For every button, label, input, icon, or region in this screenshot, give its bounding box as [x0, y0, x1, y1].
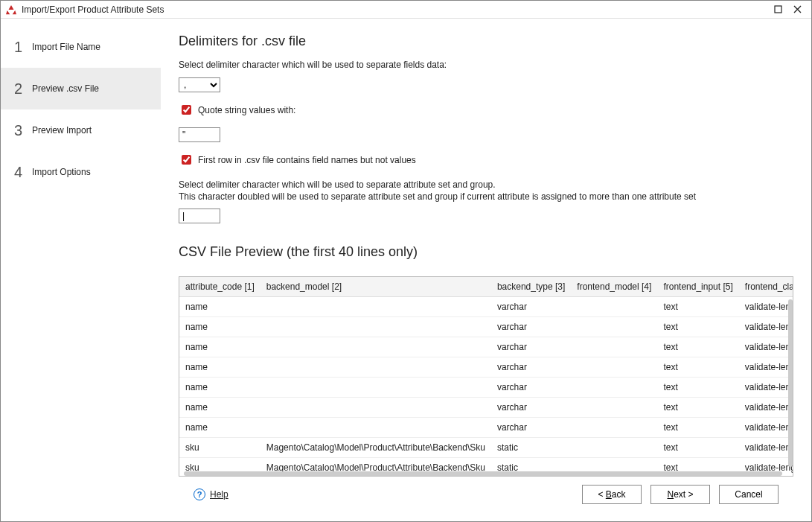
table-cell: validate-length maximu	[739, 317, 793, 337]
csv-column-header[interactable]: frontend_input [5]	[657, 277, 738, 297]
table-cell: name	[179, 418, 260, 438]
table-cell: validate-length maximu	[739, 418, 793, 438]
table-cell	[260, 418, 491, 438]
firstrow-checkbox[interactable]	[182, 155, 191, 165]
wizard-step-2[interactable]: 2Preview .csv File	[1, 68, 161, 109]
table-cell: Magento\Catalog\Model\Product\Attribute\…	[260, 438, 491, 458]
cancel-button[interactable]: Cancel	[719, 485, 779, 504]
table-cell	[260, 297, 491, 317]
table-row[interactable]: namevarchartextvalidate-length maximu	[179, 398, 793, 418]
table-cell	[571, 317, 657, 337]
close-button[interactable]	[787, 2, 807, 17]
table-cell: varchar	[491, 337, 571, 357]
table-cell: varchar	[491, 357, 571, 378]
table-cell: validate-length maximu	[739, 438, 793, 458]
table-cell: text	[657, 357, 738, 378]
table-cell	[260, 357, 491, 378]
table-row[interactable]: namevarchartextvalidate-length maximu	[179, 357, 793, 378]
preview-heading: CSV File Preview (the first 40 lines onl…	[179, 244, 793, 260]
csv-preview-table: attribute_code [1]backend_model [2]backe…	[179, 277, 793, 476]
table-cell	[260, 378, 491, 398]
table-row[interactable]: namevarchartextvalidate-length maximu	[179, 378, 793, 398]
table-cell: name	[179, 297, 260, 317]
quote-checkbox[interactable]	[182, 105, 191, 115]
table-cell: text	[657, 297, 738, 317]
table-cell: text	[657, 317, 738, 337]
table-cell	[260, 317, 491, 337]
field-delimiter-select[interactable]: ,	[179, 77, 220, 92]
table-cell	[571, 378, 657, 398]
maximize-button[interactable]	[768, 2, 787, 17]
setgroup-hint-2: This character doubled will be used to s…	[179, 191, 793, 203]
csv-preview-header-row: attribute_code [1]backend_model [2]backe…	[179, 277, 793, 297]
table-row[interactable]: namevarchartextvalidate-length maximu	[179, 317, 793, 337]
table-cell: name	[179, 357, 260, 378]
csv-column-header[interactable]: frontend_model [4]	[571, 277, 657, 297]
wizard-step-label: Import Options	[32, 167, 91, 177]
horizontal-scrollbar[interactable]	[184, 471, 782, 476]
wizard-sidebar: 1Import File Name2Preview .csv File3Prev…	[1, 19, 161, 521]
wizard-step-1[interactable]: 1Import File Name	[1, 26, 161, 68]
table-row[interactable]: namevarchartextvalidate-length maximu	[179, 337, 793, 357]
table-cell: varchar	[491, 398, 571, 418]
table-cell: validate-length maximu	[739, 297, 793, 317]
table-cell: text	[657, 337, 738, 357]
csv-preview-container: attribute_code [1]backend_model [2]backe…	[179, 276, 793, 477]
setgroup-delimiter-input[interactable]	[179, 209, 220, 223]
wizard-step-4[interactable]: 4Import Options	[1, 151, 161, 193]
wizard-step-3[interactable]: 3Preview Import	[1, 109, 161, 151]
delimiter-hint: Select delimiter character which will be…	[179, 60, 793, 70]
help-label: Help	[210, 489, 228, 500]
main-panel: Delimiters for .csv file Select delimite…	[161, 19, 811, 521]
setgroup-hint-1: Select delimiter character which will be…	[179, 179, 793, 191]
table-cell	[571, 418, 657, 438]
quote-checkbox-label[interactable]: Quote string values with:	[198, 105, 295, 115]
table-cell: validate-length maximu	[739, 398, 793, 418]
table-cell	[260, 337, 491, 357]
quote-char-input[interactable]	[179, 127, 220, 142]
table-row[interactable]: namevarchartextvalidate-length maximu	[179, 297, 793, 317]
table-row[interactable]: namevarchartextvalidate-length maximu	[179, 418, 793, 438]
table-cell: sku	[179, 438, 260, 458]
table-row[interactable]: skuMagento\Catalog\Model\Product\Attribu…	[179, 438, 793, 458]
table-cell	[571, 398, 657, 418]
table-cell: name	[179, 317, 260, 337]
csv-preview-scroll[interactable]: attribute_code [1]backend_model [2]backe…	[179, 277, 793, 476]
csv-column-header[interactable]: backend_model [2]	[260, 277, 491, 297]
table-cell: validate-length maximu	[739, 378, 793, 398]
table-cell: varchar	[491, 317, 571, 337]
dialog-window: Import/Export Product Attribute Sets 1Im…	[0, 0, 812, 522]
dialog-body: 1Import File Name2Preview .csv File3Prev…	[1, 19, 811, 521]
table-cell: name	[179, 398, 260, 418]
table-cell: text	[657, 398, 738, 418]
vertical-scrollbar[interactable]	[788, 299, 793, 467]
delimiters-heading: Delimiters for .csv file	[179, 34, 793, 49]
wizard-step-number: 1	[14, 39, 32, 56]
table-cell: static	[491, 438, 571, 458]
titlebar: Import/Export Product Attribute Sets	[1, 1, 811, 19]
next-button[interactable]: Next >	[650, 485, 710, 504]
wizard-step-label: Preview Import	[32, 125, 92, 136]
app-icon	[5, 4, 17, 16]
csv-column-header[interactable]: attribute_code [1]	[179, 277, 260, 297]
help-icon: ?	[194, 488, 205, 500]
back-button[interactable]: < Back	[582, 485, 642, 504]
table-cell	[260, 398, 491, 418]
table-cell	[571, 438, 657, 458]
help-link[interactable]: ? Help	[194, 488, 228, 500]
csv-column-header[interactable]: frontend_class [6]	[739, 277, 793, 297]
table-cell: name	[179, 337, 260, 357]
firstrow-checkbox-label[interactable]: First row in .csv file contains field na…	[198, 155, 416, 165]
svg-rect-0	[775, 6, 781, 13]
table-cell: varchar	[491, 378, 571, 398]
table-cell: text	[657, 378, 738, 398]
wizard-step-label: Import File Name	[32, 42, 100, 52]
table-cell	[571, 337, 657, 357]
wizard-step-number: 4	[14, 164, 32, 181]
table-cell: text	[657, 438, 738, 458]
csv-column-header[interactable]: backend_type [3]	[491, 277, 571, 297]
wizard-step-label: Preview .csv File	[32, 83, 99, 94]
table-cell	[571, 297, 657, 317]
window-title: Import/Export Product Attribute Sets	[22, 4, 768, 15]
wizard-step-number: 3	[14, 122, 32, 139]
